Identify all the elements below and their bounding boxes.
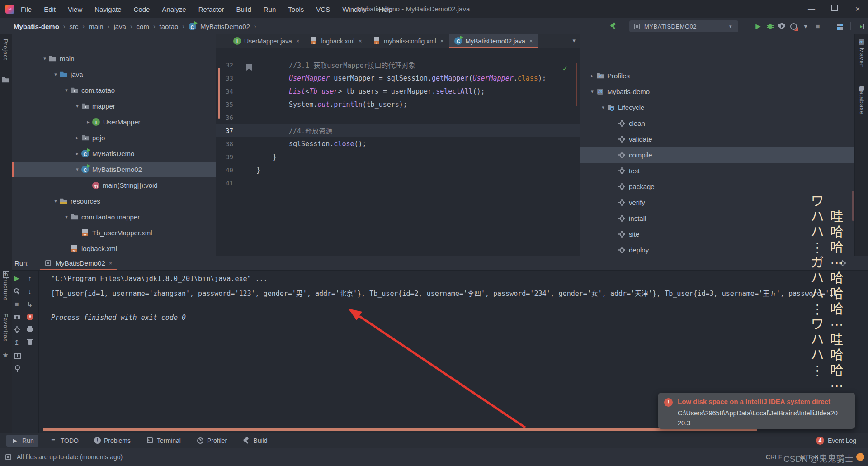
tree-item-java[interactable]: ▾java bbox=[12, 67, 216, 82]
code-line-39[interactable]: 39} bbox=[216, 150, 580, 163]
stop-icon[interactable]: ■ bbox=[814, 22, 822, 30]
tab-close-icon[interactable]: × bbox=[359, 38, 362, 44]
pin-icon[interactable] bbox=[13, 364, 21, 372]
editor-tab-usermapper-java[interactable]: UserMapper.java× bbox=[228, 34, 305, 48]
menu-run[interactable]: Run bbox=[264, 5, 276, 13]
menu-file[interactable]: File bbox=[21, 5, 32, 13]
run-horizontal-scrollbar[interactable] bbox=[43, 428, 757, 431]
down-icon[interactable]: ↓ bbox=[26, 287, 34, 295]
upload-icon[interactable]: ↥ bbox=[13, 338, 21, 347]
stripe-structure-label[interactable]: Structure bbox=[2, 273, 9, 301]
tree-arrow-icon[interactable]: ▾ bbox=[52, 71, 60, 77]
tree-arrow-icon[interactable]: ▾ bbox=[73, 166, 81, 172]
tree-arrow-icon[interactable]: ▸ bbox=[73, 135, 81, 141]
close-button[interactable]: × bbox=[847, 0, 868, 18]
maximize-button[interactable] bbox=[824, 0, 845, 18]
code-line-40[interactable]: 40} bbox=[216, 163, 580, 176]
menu-view[interactable]: View bbox=[68, 5, 82, 13]
code-line-37[interactable]: 37//4.释放资源 bbox=[216, 124, 580, 137]
tree-arrow-icon[interactable]: ▸ bbox=[73, 151, 81, 157]
code-area[interactable]: 32//3.1 获取userMapper接口的代理对象33UserMapper … bbox=[216, 48, 580, 256]
tool-window-button-build[interactable]: Build bbox=[238, 435, 272, 447]
up-icon[interactable]: ↑ bbox=[26, 274, 34, 282]
debug-icon[interactable] bbox=[766, 23, 774, 30]
code-line-35[interactable]: 35System.out.println(tb_users); bbox=[216, 98, 580, 111]
tree-arrow-icon[interactable]: ▾ bbox=[41, 56, 49, 62]
stripe-database-label[interactable]: Database bbox=[859, 86, 865, 115]
menu-code[interactable]: Code bbox=[133, 5, 150, 13]
tool-window-button-profiler[interactable]: Profiler bbox=[192, 435, 231, 447]
event-log-button[interactable]: 4 Event Log bbox=[816, 433, 856, 448]
trash-icon[interactable] bbox=[26, 338, 34, 346]
tree-arrow-icon[interactable]: ▾ bbox=[52, 198, 60, 204]
stripe-maven-label[interactable]: Maven bbox=[859, 48, 865, 68]
breadcrumb-item[interactable]: taotao bbox=[160, 23, 179, 30]
run-tab[interactable]: MyBatisDemo02 × bbox=[40, 256, 117, 270]
tree-item-validate[interactable]: validate bbox=[580, 131, 854, 147]
tree-item-resources[interactable]: ▾resources bbox=[12, 193, 216, 209]
project-stripe-icon[interactable] bbox=[2, 76, 9, 84]
tree-item-usermapper[interactable]: ▸UserMapper bbox=[12, 114, 216, 130]
tab-close-icon[interactable]: × bbox=[440, 38, 444, 44]
print-icon[interactable] bbox=[26, 325, 34, 333]
gear-icon[interactable] bbox=[13, 326, 21, 333]
tree-arrow-icon[interactable]: ▾ bbox=[62, 87, 71, 93]
maven-scrollbar[interactable] bbox=[852, 191, 854, 221]
tree-item-mybatis-demo[interactable]: ▾Mybatis-demo bbox=[580, 84, 854, 100]
run-config-selector[interactable]: MYBATISDEMO02 ▾ bbox=[629, 20, 738, 32]
menu-analyze[interactable]: Analyze bbox=[162, 5, 186, 13]
tree-arrow-icon[interactable]: ▾ bbox=[599, 105, 607, 110]
line-ending-indicator[interactable]: CRLF bbox=[766, 453, 783, 461]
menu-refactor[interactable]: Refactor bbox=[198, 5, 224, 13]
stop-icon[interactable]: ■ bbox=[13, 300, 21, 308]
tree-arrow-icon[interactable]: ▾ bbox=[73, 103, 81, 109]
stripe-project-label[interactable]: Project bbox=[2, 39, 9, 60]
grid-icon[interactable] bbox=[836, 23, 844, 30]
menu-vcs[interactable]: VCS bbox=[316, 5, 330, 13]
inspection-ok-icon[interactable]: ✓ bbox=[562, 64, 568, 73]
menu-build[interactable]: Build bbox=[236, 5, 251, 13]
tree-arrow-icon[interactable]: ▾ bbox=[588, 89, 596, 95]
breadcrumb-item[interactable]: com bbox=[137, 23, 149, 30]
breadcrumb-item[interactable]: Mybatis-demo bbox=[14, 23, 59, 30]
tree-item-com-taotao-mapper[interactable]: ▾com.taotao.mapper bbox=[12, 209, 216, 225]
camera-icon[interactable] bbox=[13, 313, 21, 321]
tool-window-button-terminal[interactable]: Terminal bbox=[142, 435, 185, 447]
code-line-36[interactable]: 36 bbox=[216, 111, 580, 124]
tree-item-clean[interactable]: clean bbox=[580, 115, 854, 131]
favorites-star-icon[interactable]: ★ bbox=[1, 351, 9, 359]
editor-tab-mybatis-config-xml[interactable]: mybatis-config.xml× bbox=[368, 34, 449, 48]
tree-item-package[interactable]: package bbox=[580, 179, 854, 195]
tool-window-button-run[interactable]: ▶Run bbox=[6, 435, 38, 447]
minus-icon[interactable]: — bbox=[854, 259, 862, 267]
profiler-icon[interactable] bbox=[790, 23, 797, 30]
minimize-button[interactable]: — bbox=[801, 0, 822, 18]
stripe-favorites-label[interactable]: Favorites bbox=[2, 314, 9, 342]
layout-icon[interactable] bbox=[13, 352, 21, 359]
menu-tools[interactable]: Tools bbox=[288, 5, 304, 13]
run-green-icon[interactable]: ▶ bbox=[754, 22, 762, 30]
tree-item-compile[interactable]: compile bbox=[580, 147, 854, 163]
code-line-38[interactable]: 38sqlSession.close(); bbox=[216, 137, 580, 150]
tree-item-tb-usermapper-xml[interactable]: Tb_userMapper.xml bbox=[12, 225, 216, 241]
code-line-33[interactable]: 33UserMapper userMapper = sqlSession.get… bbox=[216, 71, 580, 85]
tree-item-mybatisdemo02[interactable]: ▾MyBatisDemo02 bbox=[12, 162, 216, 177]
tool-window-button-todo[interactable]: ≡TODO bbox=[45, 435, 83, 447]
tree-item-lifecycle[interactable]: ▾Lifecycle bbox=[580, 100, 854, 115]
tree-item-logback-xml[interactable]: logback.xml bbox=[12, 241, 216, 256]
editor-tab-mybatisdemo02-java[interactable]: MyBatisDemo02.java× bbox=[449, 34, 538, 48]
menu-edit[interactable]: Edit bbox=[44, 5, 56, 13]
tool-window-button-problems[interactable]: Problems bbox=[90, 435, 135, 447]
tree-arrow-icon[interactable]: ▸ bbox=[588, 73, 596, 79]
tree-arrow-icon[interactable]: ▸ bbox=[84, 119, 92, 125]
breadcrumb-item[interactable]: java bbox=[113, 23, 126, 30]
breadcrumb-item[interactable]: src bbox=[70, 23, 79, 30]
code-line-32[interactable]: 32//3.1 获取userMapper接口的代理对象 bbox=[216, 58, 580, 71]
tree-item-com-taotao[interactable]: ▾com.taotao bbox=[12, 82, 216, 98]
maven-stripe-icon[interactable] bbox=[858, 38, 865, 46]
tree-item-test[interactable]: test bbox=[580, 163, 854, 179]
build-hammer-icon[interactable] bbox=[609, 22, 617, 30]
tab-close-icon[interactable]: × bbox=[296, 38, 300, 44]
coverage-icon[interactable] bbox=[778, 23, 786, 30]
code-line-34[interactable]: 34List<Tb_user> tb_users = userMapper.se… bbox=[216, 85, 580, 98]
